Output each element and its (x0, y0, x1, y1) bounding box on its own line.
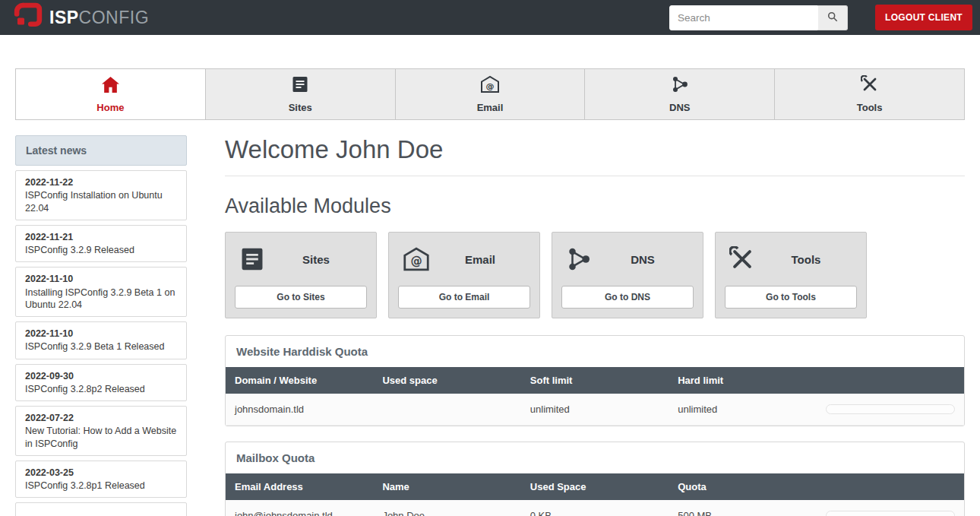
tab-dns[interactable]: DNS (584, 69, 774, 119)
tab-tools-label: Tools (857, 102, 883, 113)
news-date: 2022-11-22 (25, 176, 177, 188)
tab-dns-label: DNS (669, 102, 690, 113)
news-title: ISPConfig 3.2.9 Released (25, 244, 177, 256)
go-to-email-button[interactable]: Go to Email (398, 286, 530, 309)
svg-text:@: @ (410, 255, 422, 268)
news-date: 2022-11-10 (25, 273, 177, 285)
column-header: Quota (669, 473, 816, 500)
main-area: Welcome John Doe Available Modules Sites… (225, 135, 965, 516)
welcome-heading: Welcome John Doe (225, 135, 965, 176)
go-to-sites-button[interactable]: Go to Sites (235, 286, 367, 309)
cell-used-space (373, 394, 520, 426)
quota-progress-bar (826, 404, 955, 414)
tab-tools[interactable]: Tools (774, 69, 964, 119)
brand-text-primary: ISP (49, 8, 79, 27)
search-button[interactable] (818, 5, 848, 30)
news-title: New Tutorial: How to Add a Website in IS… (25, 425, 177, 450)
column-header: Domain / Website (226, 367, 373, 394)
website-quota-panel: Website Harddisk Quota Domain / Website … (225, 335, 965, 426)
search-icon (827, 11, 838, 24)
tools-icon (729, 246, 755, 272)
cell-usage (817, 500, 964, 516)
latest-news-panel: Latest news 2022-11-22 ISPConfig Install… (15, 135, 187, 516)
news-item[interactable]: 2022-03-25 ISPConfig 3.2.8p1 Released (15, 461, 187, 499)
ispconfig-logo-icon (14, 2, 43, 33)
column-header: Hard limit (669, 367, 816, 394)
news-date: 2022-03-25 (25, 467, 177, 479)
content: Latest news 2022-11-22 ISPConfig Install… (0, 120, 980, 516)
mailbox-quota-table: Email Address Name Used Space Quota john… (226, 473, 964, 516)
tab-home[interactable]: Home (16, 69, 205, 119)
go-to-dns-button[interactable]: Go to DNS (561, 286, 694, 309)
module-title: DNS (592, 253, 694, 266)
go-to-tools-button[interactable]: Go to Tools (725, 286, 857, 309)
cell-name: John Doe (373, 500, 520, 516)
website-quota-table: Domain / Website Used space Soft limit H… (226, 367, 964, 426)
column-header-usage (817, 367, 964, 394)
news-item[interactable]: 2022-09-30 ISPConfig 3.2.8p2 Released (15, 364, 187, 402)
table-header-row: Email Address Name Used Space Quota (226, 473, 964, 500)
brand-text-secondary: CONFIG (79, 8, 149, 27)
tools-icon (861, 75, 879, 97)
tab-email[interactable]: @ Email (395, 69, 585, 119)
main-nav: Home Sites @ Email DNS Tools (15, 68, 965, 120)
module-card-tools: Tools Go to Tools (715, 232, 867, 318)
news-item[interactable]: 2022-11-22 ISPConfig Installation on Ubu… (15, 170, 187, 220)
news-date: 2022-11-10 (25, 328, 177, 340)
news-item[interactable]: 2022-07-22 New Tutorial: How to Add a We… (15, 406, 187, 456)
cell-email: john@johnsdomain.tld (226, 500, 373, 516)
column-header: Used space (373, 367, 520, 394)
news-date: 2022-11-21 (25, 231, 177, 243)
dns-icon (566, 246, 592, 272)
news-title: Installing ISPConfig 3.2.9 Beta 1 on Ubu… (25, 286, 177, 312)
news-item[interactable]: 2022-11-21 ISPConfig 3.2.9 Released (15, 225, 187, 263)
svg-text:@: @ (485, 81, 494, 91)
cell-domain: johnsdomain.tld (226, 394, 373, 426)
module-card-header: DNS (561, 242, 694, 277)
dns-icon (671, 75, 689, 97)
tab-home-label: Home (96, 102, 124, 113)
sites-icon (291, 75, 309, 97)
search-input[interactable] (669, 5, 818, 30)
modules-row: Sites Go to Sites @ Email Go to Email (225, 232, 965, 318)
table-row: johnsdomain.tld unlimited unlimited (226, 394, 964, 426)
column-header: Name (373, 473, 520, 500)
tab-email-label: Email (477, 102, 504, 113)
news-date: 2022-09-30 (25, 370, 177, 382)
topbar-right: LOGOUT CLIENT (669, 5, 972, 30)
cell-quota: 500 MB (669, 500, 816, 516)
news-title: ISPConfig 3.2.8p2 Released (25, 383, 177, 395)
module-card-header: @ Email (398, 242, 530, 277)
sites-icon (239, 246, 265, 272)
module-card-email: @ Email Go to Email (388, 232, 540, 318)
column-header: Soft limit (521, 367, 669, 394)
website-quota-title: Website Harddisk Quota (226, 336, 964, 367)
news-title: ISPConfig Installation on Ubuntu 22.04 (25, 189, 177, 214)
topbar: ISPCONFIG LOGOUT CLIENT (0, 0, 980, 35)
column-header: Used Space (521, 473, 669, 500)
module-card-header: Sites (235, 242, 367, 277)
tab-sites[interactable]: Sites (205, 69, 395, 119)
logout-button[interactable]: LOGOUT CLIENT (875, 5, 972, 30)
quota-progress-bar (826, 511, 955, 516)
mailbox-quota-panel: Mailbox Quota Email Address Name Used Sp… (225, 442, 965, 516)
module-card-header: Tools (725, 242, 857, 277)
home-icon (101, 76, 120, 97)
news-item[interactable]: 2022-11-10 ISPConfig 3.2.9 Beta 1 Releas… (15, 321, 187, 359)
news-item[interactable]: 2022-11-10 Installing ISPConfig 3.2.9 Be… (15, 267, 187, 317)
latest-news-header: Latest news (15, 135, 187, 166)
module-card-sites: Sites Go to Sites (225, 232, 377, 318)
column-header-usage (817, 473, 964, 500)
tab-sites-label: Sites (289, 102, 312, 113)
cell-hard-limit: unlimited (669, 394, 816, 426)
module-title: Sites (265, 253, 367, 266)
news-item-partial[interactable] (15, 502, 187, 516)
module-title: Email (430, 253, 530, 266)
module-card-dns: DNS Go to DNS (552, 232, 703, 318)
mailbox-quota-title: Mailbox Quota (226, 442, 964, 473)
search-box (669, 5, 848, 30)
cell-soft-limit: unlimited (521, 394, 669, 426)
brand[interactable]: ISPCONFIG (14, 2, 149, 33)
email-icon: @ (480, 75, 500, 97)
brand-text: ISPCONFIG (49, 9, 149, 27)
